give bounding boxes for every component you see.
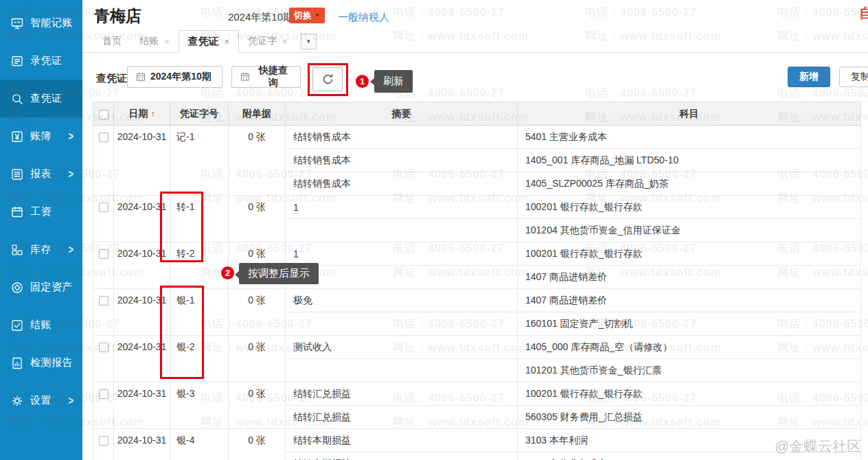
sidebar-item-6[interactable]: 工资 [0,193,82,231]
line-summary: 结转销售成本 [286,149,518,172]
voucher-date: 2024-10-31 [114,429,170,460]
row-checkbox-cell [93,196,114,242]
line-summary: 结转汇兑损益 [286,382,518,406]
tab-label: 凭证字 [248,35,277,47]
calendar-icon [136,72,146,82]
current-period: 2024年第10期 [228,11,293,24]
row-checkbox[interactable] [99,133,108,142]
close-tab-icon[interactable]: × [225,36,230,47]
line-summary [286,312,518,336]
page-title: 查凭证 [96,72,127,85]
line-summary: 结转销售成本 [286,172,518,196]
sidebar-item-label: 工资 [30,205,52,218]
line-summary: 1 [286,196,518,219]
quick-query-button[interactable]: 快捷查询 [231,66,301,88]
voucher-line-row[interactable]: 2024-10-31转-10 张1100201 银行存款_银行存款 [93,196,861,219]
sidebar-item-label: 录凭证 [30,54,62,67]
caret-down-icon: ▼ [306,38,311,45]
column-header-subject[interactable]: 科目 [518,102,861,126]
sidebar-item-11[interactable]: 设置> [0,382,82,419]
tab-结账[interactable]: 结账× [130,30,179,52]
sidebar-item-label: 账簿 [30,130,52,143]
voucher-line-row[interactable]: 2024-10-31银-20 张测试收入1405_000 库存商品_空（请修改） [93,336,861,359]
column-header-attachments[interactable]: 附单据 [229,102,286,126]
tab-label: 结账 [139,35,159,47]
smart-accounting-icon [10,16,24,30]
voucher-attachments: 0 张 [229,242,286,289]
voucher-line-row[interactable]: 2024-10-31银-30 张结转汇兑损益100201 银行存款_银行存款 [93,382,861,406]
chevron-right-icon: > [68,243,73,257]
store-name: 青梅店 [94,5,141,27]
line-subject: 3103 本年利润 [518,429,861,452]
voucher-line-row[interactable]: 2024-10-31银-40 张结转本期损益3103 本年利润 [93,429,861,452]
sidebar-item-2[interactable]: 录凭证 [0,42,82,80]
column-header-voucher-no[interactable]: 凭证字号 [170,102,229,126]
sidebar-item-label: 结账 [30,319,52,332]
voucher-line-row[interactable]: 2024-10-31转-20 张1100201 银行存款_银行存款 [93,242,861,266]
row-checkbox[interactable] [99,436,108,446]
sidebar-item-5[interactable]: 报表> [0,155,82,193]
chevron-right-icon: > [68,394,73,408]
line-summary [286,219,518,242]
voucher-line-row[interactable]: 2024-10-31记-10 张结转销售成本5401 主营业务成本 [93,126,861,149]
line-subject: 101201 其他货币资金_银行汇票 [518,359,861,382]
line-summary: 结转销售成本 [286,126,518,149]
row-checkbox[interactable] [99,389,108,399]
settings-icon [10,394,24,408]
line-subject: 160101 固定资产_切割机 [518,312,861,336]
voucher-date: 2024-10-31 [114,336,170,382]
line-subject: 100201 银行存款_银行存款 [518,382,861,406]
column-header-summary[interactable]: 摘要 [286,102,518,126]
line-summary: 1 [286,242,518,266]
sidebar-item-3[interactable]: 查凭证 [0,80,82,117]
taxpayer-type-link[interactable]: 一般纳税人 [338,11,389,24]
tab-label: 首页 [102,35,122,47]
tab-凭证字[interactable]: 凭证字× [239,30,297,52]
period-filter-button[interactable]: 2024年第10期 [127,66,222,88]
row-checkbox[interactable] [99,249,108,259]
voucher-attachments: 0 张 [229,196,286,242]
sidebar-item-10[interactable]: 检测报告 [0,344,82,382]
sidebar-item-9[interactable]: 结账 [0,306,82,344]
voucher-date: 2024-10-31 [114,126,170,196]
tab-首页[interactable]: 首页 [93,30,130,52]
sidebar-item-label: 报表 [30,168,52,181]
sidebar-item-8[interactable]: 固定资产 [0,268,82,306]
sidebar-item-4[interactable]: 账簿> [0,117,82,155]
sort-asc-icon: ↑ [150,109,155,119]
close-tab-icon[interactable]: × [164,36,170,47]
tab-list-dropdown-button[interactable]: ▼ [301,34,317,49]
switch-period-button[interactable]: 切换 ▼ [289,8,325,23]
line-subject: 1407 商品进销差价 [518,266,861,289]
refresh-button[interactable] [312,67,343,91]
calendar-icon [240,72,250,82]
sidebar-item-7[interactable]: 库存> [0,231,82,268]
sidebar-item-label: 设置 [30,394,52,407]
copy-voucher-button[interactable]: 复制 [839,67,868,87]
row-checkbox[interactable] [99,203,108,212]
line-summary: 结转本期损益 [286,452,518,460]
voucher-line-row[interactable]: 2024-10-31银-10 张极免1407 商品进销差价 [93,289,861,312]
refresh-icon [321,73,334,86]
ledger-icon [10,130,24,143]
voucher-attachments: 0 张 [229,289,286,336]
row-checkbox-cell [93,289,114,336]
sidebar: 智能记账录凭证查凭证账簿>报表>工资库存>固定资产结账检测报告设置> [0,0,82,460]
salary-icon [10,205,24,219]
row-checkbox[interactable] [99,296,108,306]
voucher-number: 银-4 [170,429,229,460]
sidebar-item-1[interactable]: 智能记账 [0,4,82,42]
row-checkbox[interactable] [99,343,108,352]
refresh-tooltip: 刷新 [374,70,413,93]
select-all-checkbox[interactable] [99,110,108,119]
line-subject: 1405_001 库存商品_地漏 LTD50-10 [518,149,861,172]
tab-bar: 首页结账×查凭证×凭证字×▼ [82,30,868,53]
report-icon [10,168,24,181]
voucher-number: 银-2 [170,336,229,382]
caret-down-icon: ▼ [315,12,320,19]
add-voucher-button[interactable]: 新增 [788,67,830,87]
tab-查凭证[interactable]: 查凭证× [179,30,240,53]
column-header-date[interactable]: 日期 ↑ [114,102,170,126]
close-tab-icon[interactable]: × [282,36,288,47]
line-subject: 1405_SLZP00025 库存商品_奶茶 [518,172,861,196]
